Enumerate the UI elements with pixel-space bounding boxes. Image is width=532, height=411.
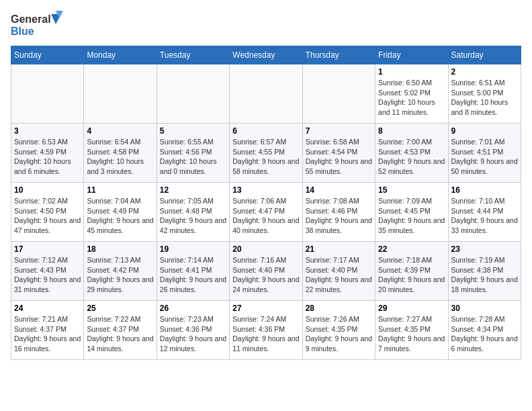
svg-text:General: General <box>11 13 51 25</box>
empty-cell <box>84 64 157 124</box>
day-info: Sunrise: 7:10 AM Sunset: 4:44 PM Dayligh… <box>451 196 518 236</box>
empty-cell <box>302 64 375 124</box>
weekday-header-monday: Monday <box>84 46 157 64</box>
weekday-header-thursday: Thursday <box>302 46 375 64</box>
day-cell-7: 7Sunrise: 6:58 AM Sunset: 4:54 PM Daylig… <box>302 124 375 183</box>
day-info: Sunrise: 7:13 AM Sunset: 4:42 PM Dayligh… <box>87 255 153 295</box>
day-number: 8 <box>378 126 445 136</box>
day-cell-13: 13Sunrise: 7:06 AM Sunset: 4:47 PM Dayli… <box>230 183 302 242</box>
day-info: Sunrise: 7:17 AM Sunset: 4:40 PM Dayligh… <box>306 255 372 295</box>
weekday-header-tuesday: Tuesday <box>157 46 229 64</box>
day-info: Sunrise: 7:18 AM Sunset: 4:39 PM Dayligh… <box>378 255 445 295</box>
day-cell-22: 22Sunrise: 7:18 AM Sunset: 4:39 PM Dayli… <box>375 242 448 301</box>
day-cell-25: 25Sunrise: 7:22 AM Sunset: 4:37 PM Dayli… <box>84 301 157 360</box>
day-number: 28 <box>306 304 372 313</box>
logo-svg: GeneralBlue <box>11 11 64 38</box>
day-cell-5: 5Sunrise: 6:55 AM Sunset: 4:56 PM Daylig… <box>157 124 229 183</box>
day-info: Sunrise: 7:05 AM Sunset: 4:48 PM Dayligh… <box>160 196 226 236</box>
day-info: Sunrise: 7:02 AM Sunset: 4:50 PM Dayligh… <box>14 196 81 236</box>
day-cell-14: 14Sunrise: 7:08 AM Sunset: 4:46 PM Dayli… <box>302 183 375 242</box>
day-number: 27 <box>232 304 299 313</box>
day-number: 25 <box>87 304 153 313</box>
week-row-5: 24Sunrise: 7:21 AM Sunset: 4:37 PM Dayli… <box>11 301 521 360</box>
day-info: Sunrise: 7:24 AM Sunset: 4:36 PM Dayligh… <box>232 314 299 354</box>
day-info: Sunrise: 7:16 AM Sunset: 4:40 PM Dayligh… <box>232 255 299 295</box>
day-info: Sunrise: 7:23 AM Sunset: 4:36 PM Dayligh… <box>160 314 226 354</box>
day-number: 22 <box>378 244 445 254</box>
day-cell-6: 6Sunrise: 6:57 AM Sunset: 4:55 PM Daylig… <box>230 124 302 183</box>
day-info: Sunrise: 7:09 AM Sunset: 4:45 PM Dayligh… <box>378 196 445 236</box>
day-number: 20 <box>232 244 299 254</box>
calendar-table: SundayMondayTuesdayWednesdayThursdayFrid… <box>11 46 521 360</box>
empty-cell <box>11 64 84 124</box>
day-cell-27: 27Sunrise: 7:24 AM Sunset: 4:36 PM Dayli… <box>230 301 302 360</box>
day-cell-10: 10Sunrise: 7:02 AM Sunset: 4:50 PM Dayli… <box>11 183 84 242</box>
day-number: 14 <box>306 185 372 195</box>
day-cell-4: 4Sunrise: 6:54 AM Sunset: 4:58 PM Daylig… <box>84 124 157 183</box>
day-info: Sunrise: 6:53 AM Sunset: 4:59 PM Dayligh… <box>14 137 81 177</box>
day-info: Sunrise: 7:26 AM Sunset: 4:35 PM Dayligh… <box>306 314 372 354</box>
day-info: Sunrise: 7:28 AM Sunset: 4:34 PM Dayligh… <box>451 314 518 354</box>
day-number: 15 <box>378 185 445 195</box>
day-number: 23 <box>451 244 518 254</box>
day-number: 1 <box>378 67 445 77</box>
day-cell-19: 19Sunrise: 7:14 AM Sunset: 4:41 PM Dayli… <box>157 242 229 301</box>
day-cell-30: 30Sunrise: 7:28 AM Sunset: 4:34 PM Dayli… <box>448 301 521 360</box>
weekday-header-row: SundayMondayTuesdayWednesdayThursdayFrid… <box>11 46 521 64</box>
day-number: 9 <box>451 126 518 136</box>
day-info: Sunrise: 6:54 AM Sunset: 4:58 PM Dayligh… <box>87 137 153 177</box>
day-info: Sunrise: 7:21 AM Sunset: 4:37 PM Dayligh… <box>14 314 81 354</box>
day-cell-23: 23Sunrise: 7:19 AM Sunset: 4:38 PM Dayli… <box>448 242 521 301</box>
day-number: 11 <box>87 185 153 195</box>
logo: GeneralBlue <box>11 11 64 38</box>
day-number: 2 <box>451 67 518 77</box>
page-header: GeneralBlue <box>11 11 521 38</box>
empty-cell <box>230 64 302 124</box>
day-cell-2: 2Sunrise: 6:51 AM Sunset: 5:00 PM Daylig… <box>448 64 521 124</box>
weekday-header-wednesday: Wednesday <box>230 46 302 64</box>
day-info: Sunrise: 7:22 AM Sunset: 4:37 PM Dayligh… <box>87 314 153 354</box>
day-number: 12 <box>160 185 226 195</box>
day-number: 26 <box>160 304 226 313</box>
day-cell-29: 29Sunrise: 7:27 AM Sunset: 4:35 PM Dayli… <box>375 301 448 360</box>
svg-text:Blue: Blue <box>11 26 34 37</box>
day-info: Sunrise: 7:06 AM Sunset: 4:47 PM Dayligh… <box>232 196 299 236</box>
weekday-header-sunday: Sunday <box>11 46 84 64</box>
weekday-header-saturday: Saturday <box>448 46 521 64</box>
day-number: 6 <box>232 126 299 136</box>
day-cell-11: 11Sunrise: 7:04 AM Sunset: 4:49 PM Dayli… <box>84 183 157 242</box>
day-cell-16: 16Sunrise: 7:10 AM Sunset: 4:44 PM Dayli… <box>448 183 521 242</box>
day-cell-21: 21Sunrise: 7:17 AM Sunset: 4:40 PM Dayli… <box>302 242 375 301</box>
day-number: 18 <box>87 244 153 254</box>
week-row-4: 17Sunrise: 7:12 AM Sunset: 4:43 PM Dayli… <box>11 242 521 301</box>
week-row-3: 10Sunrise: 7:02 AM Sunset: 4:50 PM Dayli… <box>11 183 521 242</box>
day-info: Sunrise: 6:58 AM Sunset: 4:54 PM Dayligh… <box>306 137 372 177</box>
day-info: Sunrise: 7:27 AM Sunset: 4:35 PM Dayligh… <box>378 314 445 354</box>
day-info: Sunrise: 6:57 AM Sunset: 4:55 PM Dayligh… <box>232 137 299 177</box>
day-cell-20: 20Sunrise: 7:16 AM Sunset: 4:40 PM Dayli… <box>230 242 302 301</box>
day-info: Sunrise: 7:14 AM Sunset: 4:41 PM Dayligh… <box>160 255 226 295</box>
day-cell-9: 9Sunrise: 7:01 AM Sunset: 4:51 PM Daylig… <box>448 124 521 183</box>
day-number: 21 <box>306 244 372 254</box>
day-number: 7 <box>306 126 372 136</box>
day-info: Sunrise: 7:08 AM Sunset: 4:46 PM Dayligh… <box>306 196 372 236</box>
day-cell-28: 28Sunrise: 7:26 AM Sunset: 4:35 PM Dayli… <box>302 301 375 360</box>
day-cell-26: 26Sunrise: 7:23 AM Sunset: 4:36 PM Dayli… <box>157 301 229 360</box>
day-number: 19 <box>160 244 226 254</box>
day-cell-18: 18Sunrise: 7:13 AM Sunset: 4:42 PM Dayli… <box>84 242 157 301</box>
day-info: Sunrise: 7:04 AM Sunset: 4:49 PM Dayligh… <box>87 196 153 236</box>
day-number: 16 <box>451 185 518 195</box>
day-number: 3 <box>14 126 81 136</box>
day-cell-17: 17Sunrise: 7:12 AM Sunset: 4:43 PM Dayli… <box>11 242 84 301</box>
day-cell-8: 8Sunrise: 7:00 AM Sunset: 4:53 PM Daylig… <box>375 124 448 183</box>
day-number: 13 <box>232 185 299 195</box>
day-info: Sunrise: 7:00 AM Sunset: 4:53 PM Dayligh… <box>378 137 445 177</box>
day-cell-15: 15Sunrise: 7:09 AM Sunset: 4:45 PM Dayli… <box>375 183 448 242</box>
day-info: Sunrise: 7:01 AM Sunset: 4:51 PM Dayligh… <box>451 137 518 177</box>
day-number: 30 <box>451 304 518 313</box>
day-number: 4 <box>87 126 153 136</box>
day-info: Sunrise: 6:50 AM Sunset: 5:02 PM Dayligh… <box>378 78 445 118</box>
day-info: Sunrise: 6:55 AM Sunset: 4:56 PM Dayligh… <box>160 137 226 177</box>
week-row-1: 1Sunrise: 6:50 AM Sunset: 5:02 PM Daylig… <box>11 64 521 124</box>
day-number: 5 <box>160 126 226 136</box>
